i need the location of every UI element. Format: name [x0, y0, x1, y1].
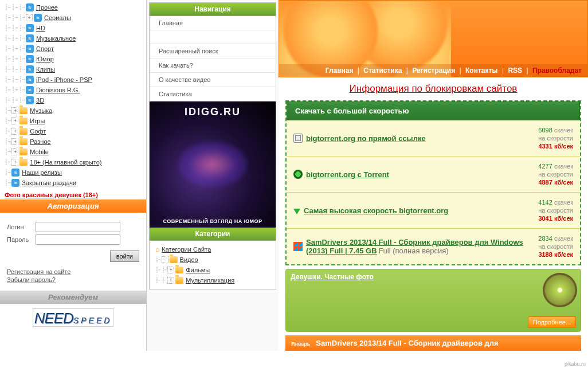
nav-item[interactable]: О качестве видео	[150, 73, 276, 87]
rights-link[interactable]: Правообладат	[530, 66, 584, 75]
rss-icon: ≈	[26, 45, 34, 53]
tree-link[interactable]: Игры	[30, 116, 45, 126]
blocking-info-link[interactable]: Информация по блокировкам сайтов	[350, 83, 518, 94]
topnav-link[interactable]: Главная	[323, 66, 356, 75]
download-link[interactable]: bigtorrent.org по прямой ссылке	[306, 134, 426, 143]
forgot-password-link[interactable]: Забыли пароль?	[7, 276, 139, 284]
download-stats: 4142 скачек на скорости 3041 кб/сек	[532, 198, 573, 222]
tree-item: ┊···┊···┊···≈Музыкальное	[5, 33, 142, 44]
rss-icon: ≈	[11, 179, 19, 187]
ad-banner[interactable]: IDIGG.RU СОВРЕМЕННЫЙ ВЗГЛЯД НА ЮМОР	[150, 101, 276, 228]
topnav-link[interactable]: RSS	[505, 66, 524, 75]
ad-title: IDIGG.RU	[150, 106, 276, 118]
tree-link[interactable]: Разное	[30, 137, 50, 146]
tree-item: ┊···+Игры	[5, 116, 142, 126]
home-icon: ⌂	[155, 245, 159, 254]
article-header[interactable]: Январь SamDrivers 2013/14 Full - Сборник…	[285, 335, 581, 351]
tree-link[interactable]: Mobile	[30, 147, 48, 156]
tree-item: ┊···┊···┊···≈Спорт	[5, 44, 142, 54]
expand-toggle[interactable]: +	[11, 148, 18, 155]
tree-link[interactable]: Закрытые раздачи	[22, 178, 76, 187]
rss-icon: ≈	[26, 24, 34, 32]
tree-link[interactable]: Юмор	[36, 54, 54, 64]
tree-link[interactable]: Музыкальное	[36, 34, 76, 43]
nav-item[interactable]: Как качать?	[150, 58, 276, 73]
tree-link[interactable]: 18+ (На главной скрыто)	[30, 158, 101, 167]
login-input[interactable]	[36, 222, 120, 232]
tree-item: ┊···+18+ (На главной скрыто)	[5, 157, 142, 167]
expand-toggle[interactable]: +	[26, 14, 33, 21]
folder-icon	[19, 159, 28, 166]
tree-link[interactable]: Наши релизы	[22, 168, 61, 177]
tree-link[interactable]: iPod - iPhone - PSP	[36, 75, 92, 84]
expand-toggle[interactable]: +	[11, 138, 18, 145]
cat-link[interactable]: Мультипликация	[186, 276, 234, 285]
tree-link[interactable]: 3D	[36, 96, 44, 105]
download-stats: 6098 скачек на скорости 4331 кб/сек	[532, 126, 573, 150]
topnav-link[interactable]: Регистрация	[410, 66, 457, 75]
rss-icon: ≈	[26, 65, 34, 73]
kiwi-icon	[543, 273, 577, 307]
cat-link[interactable]: Фильмы	[186, 265, 210, 275]
tree-link[interactable]: Dionisious R.G.	[36, 85, 80, 95]
download-link[interactable]: bigtorrent.org с Torrent	[306, 170, 389, 179]
expand-toggle[interactable]: +	[167, 277, 174, 284]
expand-toggle[interactable]: -	[162, 256, 168, 263]
recommend-banner[interactable]: NEEDSPEED	[0, 304, 146, 331]
folder-icon	[19, 138, 28, 145]
download-stats: 2834 скачек на скорости 3188 кб/сек	[532, 234, 573, 259]
download-row: bigtorrent.org с Torrent 4277 скачек на …	[287, 156, 580, 193]
tree-link[interactable]: Клипы	[36, 65, 55, 74]
password-input[interactable]	[36, 234, 120, 245]
tree-link[interactable]: Спорт	[36, 44, 54, 53]
auth-header: Авторизация	[0, 199, 146, 213]
tree-item: ┊···┊···┊···≈iPod - iPhone - PSP	[5, 75, 142, 85]
topnav-link[interactable]: Статистика	[361, 66, 404, 75]
tree-item: ┊···┊···┊···≈Dionisious R.G.	[5, 85, 142, 95]
circle-icon	[293, 170, 303, 179]
rss-icon: ≈	[26, 86, 34, 94]
cat-root[interactable]: Категории Сайта	[162, 245, 211, 254]
password-label: Пароль	[7, 236, 36, 243]
nav-item[interactable]: Главная	[150, 16, 276, 30]
tree-item: ┊···+Разное	[5, 136, 142, 147]
folder-icon	[19, 148, 28, 155]
expand-toggle[interactable]: +	[167, 267, 174, 273]
girls-link[interactable]: Девушки. Частные фото	[291, 273, 374, 281]
download-row: bigtorrent.org по прямой ссылке 6098 ска…	[287, 120, 580, 156]
folder-icon	[19, 107, 28, 114]
win-icon	[293, 242, 303, 251]
cat-link[interactable]: Видео	[180, 255, 198, 264]
tree-item: ┊···+Mobile	[5, 147, 142, 157]
folder-icon	[175, 267, 183, 273]
topnav-link[interactable]: Контакты	[463, 66, 500, 75]
register-link[interactable]: Регистрация на сайте	[7, 268, 139, 276]
tree-link[interactable]: Сериалы	[44, 13, 71, 22]
expand-toggle[interactable]: +	[11, 118, 18, 124]
more-button[interactable]: Подробнее...	[528, 316, 576, 328]
expand-toggle[interactable]: +	[11, 159, 18, 166]
tree-item: ┊···┊···┊···≈Прочее	[5, 2, 142, 13]
nav-item[interactable]: Статистика	[150, 87, 276, 101]
tree-link[interactable]: Прочее	[36, 3, 58, 12]
folder-icon	[175, 277, 183, 284]
site-header: Главная | Статистика | Регистрация | Кон…	[279, 0, 588, 77]
tree-item: ┊···┊···┊···≈3D	[5, 95, 142, 105]
categories-header: Категории	[150, 228, 276, 241]
tree-link[interactable]: Софт	[30, 127, 46, 136]
disk-icon	[293, 134, 303, 143]
tree-link[interactable]: Музыка	[30, 106, 52, 115]
tree-item: ┊···┊···┊···+≈Сериалы	[5, 13, 142, 23]
expand-toggle[interactable]: +	[11, 128, 18, 135]
download-header: Скачать с большой скоростью	[287, 101, 580, 120]
download-link[interactable]: Самая высокая скорость bigtorrent.org	[304, 206, 448, 215]
download-box: Скачать с большой скоростью bigtorrent.o…	[285, 100, 581, 265]
tree-link[interactable]: HD	[36, 24, 45, 33]
expand-toggle[interactable]: +	[11, 107, 18, 114]
top-nav: Главная | Статистика | Регистрация | Кон…	[279, 64, 587, 77]
nav-item[interactable]: Расширенный поиск	[150, 44, 276, 58]
photos-18-link[interactable]: Фото красивых девушек (18+)	[0, 190, 103, 199]
download-row: Самая высокая скорость bigtorrent.org 41…	[287, 193, 580, 229]
login-button[interactable]: войти	[110, 250, 139, 262]
recommend-header: Рекомендуем	[0, 291, 146, 304]
